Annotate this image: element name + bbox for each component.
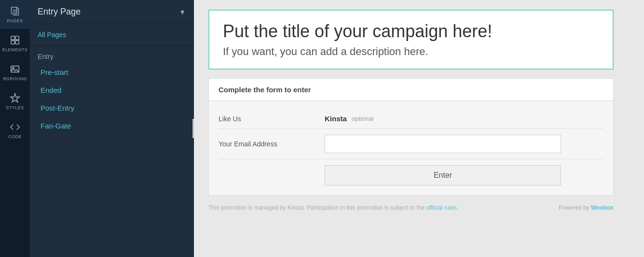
svg-rect-5 [11, 41, 14, 44]
sidebar-header: Entry Page ▼ [30, 0, 193, 24]
chevron-down-icon[interactable]: ▼ [179, 8, 186, 16]
campaign-box: Put the title of your campaign here! If … [208, 10, 614, 70]
footer-right-text: Powered by Woobox [559, 204, 614, 211]
sidebar-item-fan-gate[interactable]: Fan-Gate [30, 117, 193, 135]
email-row: Your Email Address [219, 129, 603, 159]
submit-row: Enter [219, 159, 603, 186]
elements-icon [10, 35, 20, 45]
bground-nav-item[interactable]: BGROUND [0, 58, 30, 87]
icon-bar: PAGES ELEMENTS BGROUND STYLES CODE [0, 0, 30, 257]
code-nav-item[interactable]: CODE [0, 116, 30, 145]
email-input[interactable] [325, 135, 561, 153]
official-rules-link[interactable]: official rules [426, 204, 457, 211]
entry-form-section: Complete the form to enter Like Us Kinst… [208, 78, 614, 196]
woobox-link[interactable]: Woobox [591, 204, 614, 211]
svg-rect-6 [15, 41, 19, 44]
sidebar-title: Entry Page [38, 7, 81, 17]
like-us-optional: optional [352, 115, 374, 122]
bground-label: BGROUND [3, 76, 27, 81]
svg-rect-4 [15, 36, 19, 40]
like-us-value: Kinsta optional [325, 114, 373, 123]
entry-section-label: Entry [30, 46, 193, 63]
like-us-label: Like Us [219, 115, 325, 123]
like-us-row: Like Us Kinsta optional [219, 109, 603, 129]
form-header: Complete the form to enter [209, 79, 613, 101]
sidebar-item-ended[interactable]: Ended [30, 81, 193, 99]
svg-rect-3 [11, 36, 14, 40]
enter-button[interactable]: Enter [325, 165, 561, 186]
campaign-desc: If you want, you can add a description h… [223, 45, 599, 58]
like-us-brand: Kinsta [325, 114, 347, 123]
code-icon [10, 122, 20, 132]
styles-nav-item[interactable]: STYLES [0, 87, 30, 116]
sidebar-item-post-entry[interactable]: Post-Entry [30, 99, 193, 117]
main-content: Put the title of your campaign here! If … [194, 0, 644, 257]
pages-nav-item[interactable]: PAGES [0, 0, 30, 29]
elements-label: ELEMENTS [2, 47, 28, 52]
pages-icon [10, 6, 20, 16]
styles-label: STYLES [6, 105, 24, 110]
sidebar: Entry Page ▼ All Pages Entry Pre-start E… [30, 0, 194, 257]
email-label: Your Email Address [219, 140, 325, 148]
styles-icon [10, 93, 20, 103]
footer-left-text: This promotion is managed by Kinsta. Par… [208, 204, 458, 211]
form-body: Like Us Kinsta optional Your Email Addre… [209, 101, 613, 195]
all-pages-link[interactable]: All Pages [30, 24, 193, 46]
bground-icon [10, 64, 20, 74]
code-label: CODE [8, 134, 22, 139]
main-footer: This promotion is managed by Kinsta. Par… [208, 204, 614, 211]
elements-nav-item[interactable]: ELEMENTS [0, 29, 30, 58]
sidebar-item-pre-start[interactable]: Pre-start [30, 63, 193, 81]
campaign-title: Put the title of your campaign here! [223, 21, 599, 42]
pages-label: PAGES [7, 18, 23, 23]
